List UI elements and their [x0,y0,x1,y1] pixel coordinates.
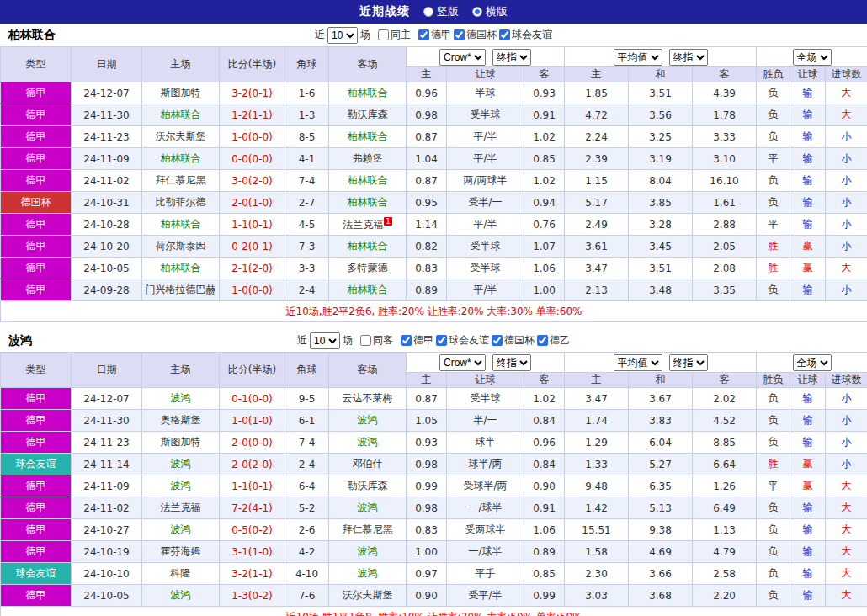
away-team-name: 弗赖堡 [353,152,383,164]
score: 2-0(0-0) [220,432,285,454]
filter-checkbox[interactable] [499,29,510,40]
column-subheader: 进球数 [826,67,867,82]
recent-count-select[interactable]: 10 [327,27,358,44]
avg-draw-odds: 8.04 [629,170,693,192]
radio-label-vertical: 竖版 [437,4,459,19]
filter-checkbox-item[interactable]: 德国杯 [454,28,497,42]
avg-draw-odds: 3.28 [629,214,693,236]
match-date: 24-11-23 [72,126,142,148]
filter-checkbox-item[interactable]: 德甲 [401,333,434,348]
filter-checkbox-item[interactable]: 同主 [378,28,411,42]
result: 负 [757,388,790,410]
away-team: 多特蒙德 [329,258,407,279]
recent-count-select[interactable]: 10 [310,332,340,349]
home-odds: 1.05 [407,410,447,432]
corners: 1-3 [285,104,329,126]
page-title: 近期战绩 [359,4,410,19]
filter-checkbox[interactable] [418,29,429,40]
away-odds: 1.06 [524,258,565,279]
column-subheader: 主 [407,373,447,388]
filter-checkbox[interactable] [360,335,371,346]
avg-away-odds: 3.35 [693,279,757,301]
filter-checkbox-label: 球会友谊 [449,333,489,348]
home-odds: 0.83 [407,258,447,279]
score: 1-0(0-0) [220,126,285,148]
column-subheader: 让球 [447,67,524,82]
filter-checkbox[interactable] [454,29,465,40]
score: 3-2(0-1) [220,82,285,104]
handicap-result: 输 [790,104,826,126]
score: 3-0(2-0) [220,170,285,192]
handicap-line: 平/半 [447,126,524,148]
avg-away-odds: 2.88 [693,214,757,236]
handicap-result: 输 [790,497,826,519]
away-team-name: 柏林联合 [348,284,388,295]
radio-horizontal-layout[interactable]: 横版 [472,4,508,19]
away-odds: 1.02 [524,126,565,148]
odds-select-group: 全场 [757,47,867,67]
home-team: 科隆 [142,563,220,585]
match-row: 德甲24-11-09波鸿1-1(0-1)6-4勒沃库森0.99受球半/两0.90… [1,475,867,497]
home-team: 波鸿 [142,585,220,607]
match-date: 24-12-07 [72,82,142,104]
home-odds: 0.83 [407,519,447,541]
away-team-name: 云达不莱梅 [343,392,393,404]
home-odds: 0.87 [407,126,447,148]
odds-dropdown[interactable]: Crow* [439,354,486,371]
handicap-line: 受半/一 [447,192,524,214]
away-team-name: 柏林联合 [348,240,388,252]
result: 负 [757,432,790,454]
column-subheader: 客 [524,373,565,388]
radio-vertical-layout[interactable]: 竖版 [423,4,459,19]
filter-checkbox-item[interactable]: 德乙 [537,333,570,348]
result: 胜 [757,236,790,258]
match-row: 球会友谊24-10-10科隆3-2(1-1)4-10波鸿0.97平手0.852.… [1,563,867,585]
goals-result: 小 [826,454,867,475]
avg-draw-odds: 3.85 [629,192,693,214]
filter-checkbox-item[interactable]: 同客 [360,333,393,348]
score: 1-1(0-1) [220,475,285,497]
odds-dropdown[interactable]: 终指 [669,49,708,66]
corners: 4-2 [285,541,329,563]
corners: 7-4 [285,432,329,454]
home-odds: 1.14 [407,214,447,236]
radio-label-horizontal: 横版 [486,4,508,19]
avg-home-odds: 1.33 [565,454,629,475]
odds-dropdown[interactable]: 全场 [793,354,832,371]
league-badge: 德甲 [1,279,72,301]
filter-checkbox-item[interactable]: 球会友谊 [436,333,489,348]
column-subheader: 主 [565,67,629,82]
filter-checkbox[interactable] [537,335,548,346]
filter-checkbox-item[interactable]: 德甲 [418,28,451,42]
goals-result: 小 [826,388,867,410]
odds-dropdown[interactable]: 平均值 [614,49,662,66]
odds-dropdown[interactable]: 终指 [669,354,708,371]
filter-checkbox[interactable] [492,335,503,346]
league-badge: 德甲 [1,126,72,148]
home-team: 柏林联合 [142,258,220,279]
odds-dropdown[interactable]: Crow* [439,49,486,66]
home-team: 柏林联合 [142,104,220,126]
score: 3-2(1-1) [220,563,285,585]
goals-result: 小 [826,236,867,258]
odds-dropdown[interactable]: 终指 [492,354,531,371]
result: 负 [757,82,790,104]
away-odds: 0.85 [524,563,565,585]
odds-dropdown[interactable]: 平均值 [614,354,662,371]
away-team: 柏林联合 [329,236,407,258]
handicap-result: 输 [790,214,826,236]
filter-checkbox-item[interactable]: 德国杯 [492,333,535,348]
column-header: 类型 [1,353,72,388]
filter-checkbox-label: 德国杯 [466,28,497,42]
away-odds: 1.00 [524,279,565,301]
avg-home-odds: 2.30 [565,563,629,585]
filter-checkbox[interactable] [436,335,447,346]
column-subheader: 进球数 [826,373,867,388]
filter-checkbox[interactable] [401,335,412,346]
column-header: 角球 [285,47,329,82]
home-odds: 0.90 [407,585,447,607]
odds-dropdown[interactable]: 终指 [492,49,531,66]
filter-checkbox-item[interactable]: 球会友谊 [499,28,552,42]
odds-dropdown[interactable]: 全场 [793,49,832,66]
filter-checkbox[interactable] [378,29,389,40]
